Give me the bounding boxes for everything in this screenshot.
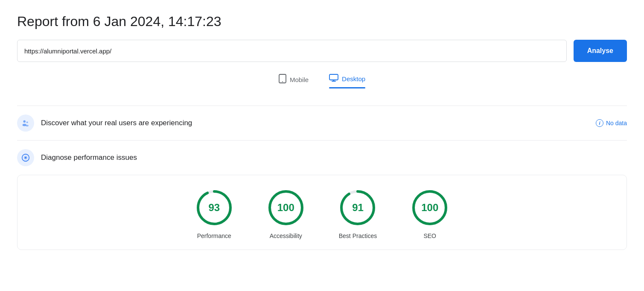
svg-point-7: [23, 124, 26, 126]
score-performance: 93 Performance: [195, 189, 233, 239]
score-label-accessibility: Accessibility: [270, 232, 302, 239]
page-container: Report from 6 Jan 2024, 14:17:23 Analyse…: [0, 0, 644, 291]
desktop-icon: [329, 74, 338, 84]
score-label-seo: SEO: [423, 232, 436, 239]
score-seo: 100 SEO: [411, 189, 449, 239]
score-circle-best-practices: 91: [339, 189, 376, 226]
score-value-accessibility: 100: [277, 202, 294, 214]
no-data-label: No data: [606, 120, 627, 126]
mobile-icon: [279, 74, 286, 85]
score-accessibility: 100 Accessibility: [267, 189, 305, 239]
tabs-row: Mobile Desktop: [17, 74, 627, 92]
tab-desktop[interactable]: Desktop: [329, 74, 365, 92]
url-bar-row: Analyse: [17, 40, 627, 62]
score-circle-seo: 100: [411, 189, 449, 226]
info-icon: i: [596, 119, 603, 127]
real-users-icon: [17, 115, 34, 132]
diagnose-section: Diagnose performance issues 93 Performan…: [17, 140, 627, 250]
score-best-practices: 91 Best Practices: [339, 189, 377, 239]
url-input[interactable]: [17, 40, 567, 62]
score-circle-performance: 93: [195, 189, 233, 226]
score-value-seo: 100: [421, 202, 438, 214]
score-circle-accessibility: 100: [267, 189, 305, 226]
scores-card: 93 Performance 100 Accessibility: [17, 175, 627, 250]
analyse-button[interactable]: Analyse: [574, 40, 627, 62]
svg-point-6: [26, 121, 28, 123]
desktop-tab-label: Desktop: [342, 75, 365, 82]
svg-point-5: [23, 121, 26, 123]
score-label-performance: Performance: [197, 232, 231, 239]
mobile-tab-label: Mobile: [290, 76, 309, 83]
svg-point-1: [282, 81, 283, 82]
diagnose-icon: [17, 149, 34, 166]
svg-rect-2: [329, 74, 338, 80]
score-label-best-practices: Best Practices: [339, 232, 377, 239]
tab-mobile[interactable]: Mobile: [279, 74, 309, 92]
score-value-performance: 93: [208, 202, 220, 214]
score-value-best-practices: 91: [352, 202, 364, 214]
svg-point-8: [26, 125, 28, 126]
report-title: Report from 6 Jan 2024, 14:17:23: [17, 14, 627, 29]
tab-active-underline: [329, 87, 365, 88]
real-users-section: Discover what your real users are experi…: [17, 106, 627, 140]
real-users-title: Discover what your real users are experi…: [41, 119, 192, 127]
diagnose-header: Diagnose performance issues: [17, 149, 627, 166]
diagnose-title: Diagnose performance issues: [41, 153, 137, 162]
svg-point-11: [25, 157, 27, 159]
no-data-link[interactable]: i No data: [596, 119, 627, 127]
